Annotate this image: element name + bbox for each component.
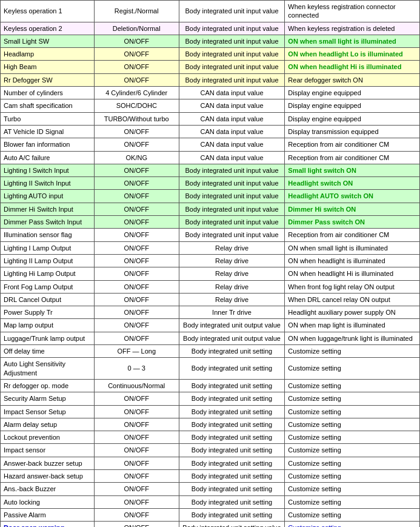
- col-item-name: Alarm delay setup: [1, 418, 95, 431]
- table-row: Lighting I Switch InputON/OFFBody integr…: [1, 164, 420, 176]
- col-description: Customize setting: [285, 522, 420, 527]
- col-data-type: CAN data input value: [179, 138, 285, 151]
- col-description: Small light switch ON: [285, 164, 420, 176]
- col-description: ON when headlight is illuminated: [285, 254, 420, 267]
- col-description: Customize setting: [285, 508, 420, 521]
- col-value-range: ON/OFF: [94, 254, 179, 267]
- col-data-type: Body integrated unit input value: [179, 229, 285, 241]
- table-row: Dimmer Hi Switch InputON/OFFBody integra…: [1, 203, 420, 215]
- col-data-type: Body integrated unit setting: [179, 457, 285, 469]
- col-description: Customize setting: [285, 469, 420, 482]
- col-item-name: Lighting Hi Lamp Output: [1, 267, 95, 280]
- col-value-range: ON/OFF: [94, 164, 179, 176]
- col-data-type: Relay drive: [179, 254, 285, 267]
- table-row: Luggage/Trunk lamp outputON/OFFBody inte…: [1, 332, 420, 344]
- col-item-name: Map lamp output: [1, 319, 95, 332]
- col-description: Reception from air conditioner CM: [285, 151, 420, 164]
- col-data-type: CAN data input value: [179, 151, 285, 164]
- col-description: Customize setting: [285, 345, 420, 358]
- col-value-range: ON/OFF: [94, 444, 179, 457]
- table-row: Auto Light Sensitivity Adjustment0 — 3Bo…: [1, 358, 420, 380]
- table-row: Auto A/C failureOK/NGCAN data input valu…: [1, 151, 420, 164]
- col-data-type: Body integrated unit setting: [179, 444, 285, 457]
- col-item-name: DRL Cancel Output: [1, 293, 95, 306]
- col-data-type: Body integrated unit output value: [179, 319, 285, 332]
- col-description: When front fog light relay ON output: [285, 280, 420, 293]
- col-value-range: 0 — 3: [94, 358, 179, 380]
- table-row: Blower fan informationON/OFFCAN data inp…: [1, 138, 420, 151]
- col-value-range: ON/OFF: [94, 306, 179, 319]
- col-item-name: Keyless operation 1: [1, 1, 95, 22]
- col-description: Customize setting: [285, 405, 420, 418]
- table-row: HeadlampON/OFFBody integrated unit input…: [1, 48, 420, 61]
- col-value-range: ON/OFF: [94, 508, 179, 521]
- col-data-type: Body integrated unit setting: [179, 392, 285, 405]
- col-description: Customize setting: [285, 392, 420, 405]
- col-description: When keyless registration connector conn…: [285, 1, 420, 22]
- col-data-type: Body integrated unit input value: [179, 190, 285, 203]
- col-value-range: ON/OFF: [94, 319, 179, 332]
- col-data-type: Body integrated unit setting: [179, 405, 285, 418]
- col-data-type: Body integrated unit input value: [179, 216, 285, 229]
- col-value-range: ON/OFF: [94, 73, 179, 86]
- table-row: Ans.-back BuzzerON/OFFBody integrated un…: [1, 483, 420, 495]
- col-description: ON when luggage/trunk light is illuminat…: [285, 332, 420, 344]
- col-description: Headlight AUTO switch ON: [285, 190, 420, 203]
- table-row: Rr Defogger SWON/OFFBody integrated unit…: [1, 73, 420, 86]
- col-data-type: Body integrated unit setting: [179, 495, 285, 508]
- col-value-range: ON/OFF: [94, 35, 179, 47]
- col-data-type: Body integrated unit input value: [179, 22, 285, 35]
- col-item-name: Hazard answer-back setup: [1, 469, 95, 482]
- col-description: Headlight switch ON: [285, 177, 420, 190]
- col-description: ON when headlight Hi is illuminated: [285, 61, 420, 73]
- col-value-range: ON/OFF: [94, 177, 179, 190]
- col-item-name: Off delay time: [1, 345, 95, 358]
- col-value-range: ON/OFF: [94, 405, 179, 418]
- table-row: Map lamp outputON/OFFBody integrated uni…: [1, 319, 420, 332]
- col-data-type: Relay drive: [179, 267, 285, 280]
- col-value-range: ON/OFF: [94, 216, 179, 229]
- col-item-name: Dimmer Hi Switch Input: [1, 203, 95, 215]
- col-item-name: Impact sensor: [1, 444, 95, 457]
- table-row: Lockout preventionON/OFFBody integrated …: [1, 431, 420, 444]
- col-value-range: ON/OFF: [94, 293, 179, 306]
- col-item-name: Lighting II Switch Input: [1, 177, 95, 190]
- col-value-range: Regist./Normal: [94, 1, 179, 22]
- col-description: Reception from air conditioner CM: [285, 229, 420, 241]
- col-data-type: Body integrated unit setting: [179, 469, 285, 482]
- col-data-type: CAN data input value: [179, 125, 285, 138]
- col-data-type: Body integrated unit input value: [179, 164, 285, 176]
- col-data-type: CAN data input value: [179, 99, 285, 112]
- col-description: Customize setting: [285, 379, 420, 392]
- table-row: TurboTURBO/Without turboCAN data input v…: [1, 112, 420, 125]
- col-item-name: Rr defogger op. mode: [1, 379, 95, 392]
- table-row: Lighting Hi Lamp OutputON/OFFRelay drive…: [1, 267, 420, 280]
- col-item-name: Answer-back buzzer setup: [1, 457, 95, 469]
- col-description: Display transmission equipped: [285, 125, 420, 138]
- col-data-type: Body integrated unit setting: [179, 358, 285, 380]
- table-row: Number of cylinders4 Cylinder/6 Cylinder…: [1, 87, 420, 99]
- col-description: Customize setting: [285, 431, 420, 444]
- col-description: Customize setting: [285, 457, 420, 469]
- col-value-range: TURBO/Without turbo: [94, 112, 179, 125]
- col-value-range: ON/OFF: [94, 457, 179, 469]
- col-item-name: Passive Alarm: [1, 508, 95, 521]
- col-item-name: Dimmer Pass Switch Input: [1, 216, 95, 229]
- col-description: Dimmer Hi switch ON: [285, 203, 420, 215]
- table-row: Rr defogger op. modeContinuous/NormalBod…: [1, 379, 420, 392]
- col-data-type: Body integrated unit input value: [179, 203, 285, 215]
- col-description: Customize setting: [285, 444, 420, 457]
- col-data-type: Body integrated unit input value: [179, 48, 285, 61]
- col-value-range: ON/OFF: [94, 229, 179, 241]
- col-description: Customize setting: [285, 418, 420, 431]
- col-data-type: Body integrated unit setting value: [179, 522, 285, 527]
- col-item-name: High Beam: [1, 61, 95, 73]
- col-item-name: Headlamp: [1, 48, 95, 61]
- table-row: Passive AlarmON/OFFBody integrated unit …: [1, 508, 420, 521]
- table-row: Hazard answer-back setupON/OFFBody integ…: [1, 469, 420, 482]
- col-description: Customize setting: [285, 495, 420, 508]
- col-value-range: ON/OFF: [94, 431, 179, 444]
- col-description: Display engine equipped: [285, 99, 420, 112]
- col-data-type: Relay drive: [179, 280, 285, 293]
- col-value-range: OK/NG: [94, 151, 179, 164]
